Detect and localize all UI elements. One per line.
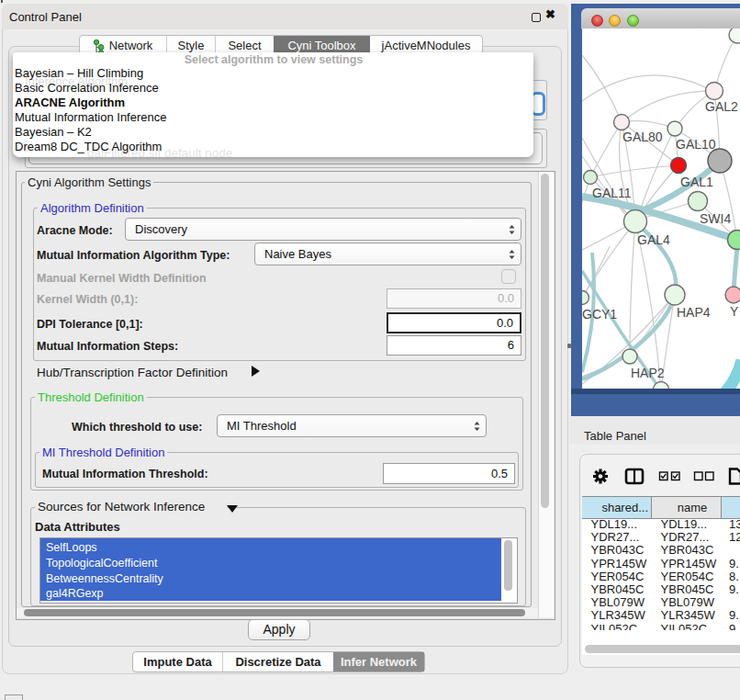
svg-text:GCY1: GCY1 [582, 307, 617, 322]
svg-text:GAL10: GAL10 [676, 137, 716, 152]
svg-text:GAL4: GAL4 [637, 232, 670, 247]
svg-text:HAP4: HAP4 [677, 305, 711, 320]
svg-text:SWI4: SWI4 [700, 211, 731, 226]
svg-text:HAP2: HAP2 [631, 366, 665, 380]
svg-text:GAL80: GAL80 [622, 130, 663, 144]
svg-text:Y: Y [730, 304, 739, 319]
svg-text:GAL1: GAL1 [680, 175, 713, 189]
svg-text:GAL2: GAL2 [705, 99, 738, 114]
svg-text:GAL11: GAL11 [592, 186, 632, 200]
